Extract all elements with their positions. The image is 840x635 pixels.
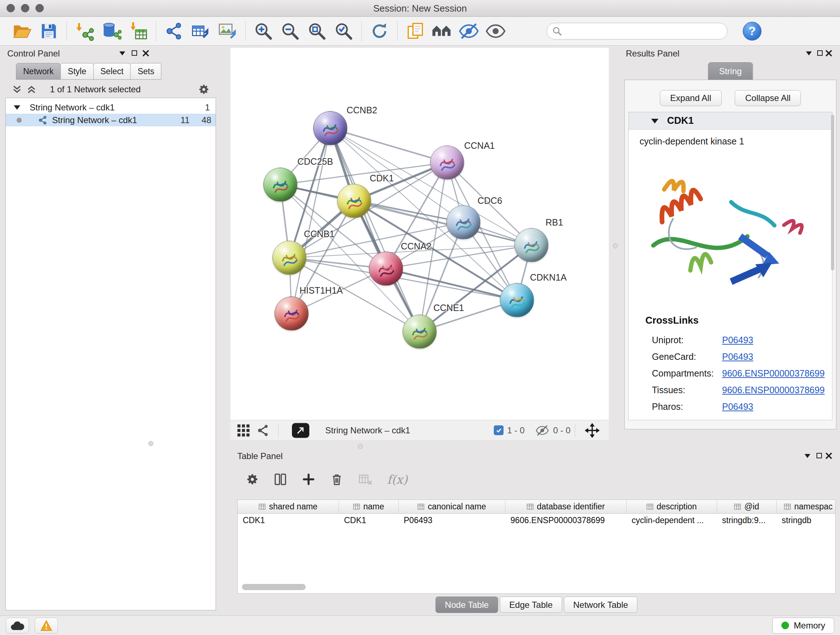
delete-column-icon[interactable]	[330, 472, 344, 486]
network-row-selected[interactable]: String Network – cdk1 11 48	[6, 114, 216, 126]
expand-all-icon[interactable]	[26, 84, 37, 95]
add-column-icon[interactable]	[302, 472, 316, 486]
expand-all-button[interactable]: Expand All	[660, 90, 722, 106]
card-expander-icon[interactable]	[651, 119, 658, 127]
splitter-knob[interactable]	[358, 444, 363, 449]
table-horizontal-scrollbar[interactable]	[242, 584, 306, 590]
hide-selected-button[interactable]	[457, 19, 481, 43]
tab-network[interactable]: Network	[16, 63, 61, 80]
string-tab-label: String	[719, 66, 742, 76]
float-panel-button[interactable]	[816, 453, 822, 458]
network-node-CDC25B[interactable]	[264, 168, 297, 202]
import-network-file-button[interactable]	[73, 19, 96, 43]
zoom-fit-button[interactable]	[305, 19, 329, 43]
tab-string[interactable]: String	[708, 62, 753, 80]
save-session-button[interactable]	[37, 19, 61, 43]
network-node-CDK1[interactable]	[337, 184, 371, 218]
apply-layout-button[interactable]	[368, 19, 392, 43]
grid-view-button[interactable]	[236, 423, 251, 438]
title-bar: Session: New Session	[0, 0, 840, 17]
panel-menu-icon[interactable]	[805, 454, 810, 461]
close-panel-button[interactable]	[142, 49, 150, 57]
control-panel-header: Control Panel	[4, 48, 217, 61]
network-edge-CCNA2-CDKN1A[interactable]	[386, 269, 517, 300]
column-header-database-identifier[interactable]: database identifier	[505, 500, 627, 513]
float-panel-button[interactable]	[132, 50, 137, 56]
export-image-button[interactable]	[216, 19, 240, 43]
panel-menu-icon[interactable]	[119, 51, 125, 58]
close-panel-button[interactable]	[825, 452, 833, 460]
network-edge-count: 48	[202, 115, 211, 125]
collapse-all-icon[interactable]	[11, 84, 22, 95]
tab-select[interactable]: Select	[94, 63, 131, 80]
network-node-CCNA2[interactable]	[369, 252, 403, 286]
table-panel: Table Panel f(x) shared namenamecanonica…	[235, 449, 838, 615]
close-panel-button[interactable]	[825, 49, 833, 57]
center-view-button[interactable]	[584, 423, 600, 439]
import-network-database-button[interactable]	[99, 19, 123, 43]
hidden-count-label: 0 - 0	[553, 425, 570, 435]
column-header-name[interactable]: name	[339, 500, 399, 513]
network-overview-button[interactable]	[256, 423, 270, 438]
column-header-shared-name[interactable]: shared name	[238, 500, 339, 513]
show-columns-icon[interactable]	[273, 472, 287, 486]
crosslink-value-link[interactable]: 9606.ENSP00000378699	[722, 368, 825, 379]
zoom-out-button[interactable]	[278, 19, 302, 43]
memory-button[interactable]: Memory	[772, 618, 834, 633]
tab-sets[interactable]: Sets	[131, 63, 161, 80]
network-edge-CCNB2-CCNA1[interactable]	[330, 128, 447, 163]
help-button[interactable]: ?	[743, 22, 761, 41]
column-header-canonical-name[interactable]: canonical name	[399, 500, 505, 513]
open-session-button[interactable]	[10, 19, 34, 43]
panel-menu-icon[interactable]	[806, 51, 812, 58]
table-row[interactable]: CDK1CDK1P064939606.ENSP00000378699cyclin…	[238, 514, 835, 527]
show-all-button[interactable]	[484, 19, 508, 43]
collapse-all-button[interactable]: Collapse All	[735, 90, 801, 106]
documents-button[interactable]	[403, 19, 427, 43]
table-options-gear-icon[interactable]	[245, 472, 259, 486]
network-edge-CCNB2-CCNE1[interactable]	[330, 128, 420, 332]
network-node-CDKN1A[interactable]	[500, 283, 534, 317]
tab-node-table[interactable]: Node Table	[436, 597, 498, 613]
export-network-button[interactable]	[162, 19, 186, 43]
network-node-CDC6[interactable]	[447, 205, 480, 239]
crosslink-value-link[interactable]: P06493	[722, 335, 753, 345]
column-header-description[interactable]: description	[627, 500, 717, 513]
tab-network-table[interactable]: Network Table	[564, 597, 638, 613]
crosslink-value-link[interactable]: P06493	[722, 352, 753, 362]
network-canvas[interactable]: CCNB2CCNA1CDC25BCDK1CDC6RB1CCNB1CCNA2CDK…	[231, 48, 609, 420]
crosslink-value-link[interactable]: 9606.ENSP00000378699	[722, 385, 825, 395]
network-name-label: String Network – cdk1	[325, 425, 410, 435]
network-node-RB1[interactable]	[515, 228, 548, 262]
network-node-CCNB1[interactable]	[272, 241, 306, 275]
two-houses-button[interactable]	[430, 19, 454, 43]
network-collection-row[interactable]: String Network – cdk1 1	[6, 101, 216, 114]
search-input[interactable]	[566, 26, 722, 36]
export-table-button[interactable]	[189, 19, 213, 43]
network-node-CCNB2[interactable]	[313, 111, 347, 145]
zoom-in-button[interactable]	[251, 19, 275, 43]
import-table-button[interactable]	[126, 19, 150, 43]
tree-expander-icon[interactable]	[14, 105, 20, 113]
column-header-namespac[interactable]: namespac	[777, 500, 836, 513]
open-in-window-button[interactable]	[292, 423, 309, 438]
network-node-label-RB1: RB1	[546, 217, 563, 228]
tab-edge-table[interactable]: Edge Table	[500, 597, 562, 613]
network-node-HIST1H1A[interactable]	[275, 296, 309, 331]
gene-card-header[interactable]: CDK1	[629, 112, 832, 130]
network-options-gear-icon[interactable]	[197, 83, 210, 96]
network-node-CCNE1[interactable]	[403, 315, 437, 348]
cloud-status-button[interactable]	[6, 618, 29, 633]
float-panel-button[interactable]	[817, 50, 823, 56]
zoom-selected-button[interactable]	[332, 19, 355, 43]
network-node-CCNA1[interactable]	[430, 146, 464, 180]
selected-checkbox-icon[interactable]	[494, 425, 504, 435]
function-builder-button[interactable]: f(x)	[387, 472, 408, 486]
results-scrollbar[interactable]	[831, 115, 834, 271]
splitter-knob[interactable]	[148, 441, 153, 446]
splitter-knob[interactable]	[613, 243, 618, 249]
warnings-button[interactable]	[35, 618, 58, 633]
tab-style[interactable]: Style	[61, 63, 93, 80]
column-header-@id[interactable]: @id	[717, 500, 777, 513]
crosslink-value-link[interactable]: P06493	[722, 402, 753, 412]
